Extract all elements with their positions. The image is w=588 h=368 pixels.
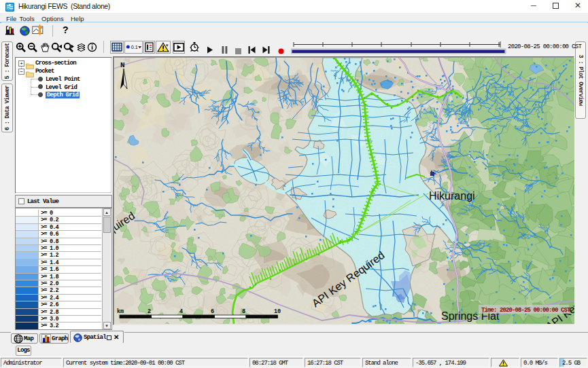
svg-text:0.1: 0.1 [131, 44, 138, 50]
